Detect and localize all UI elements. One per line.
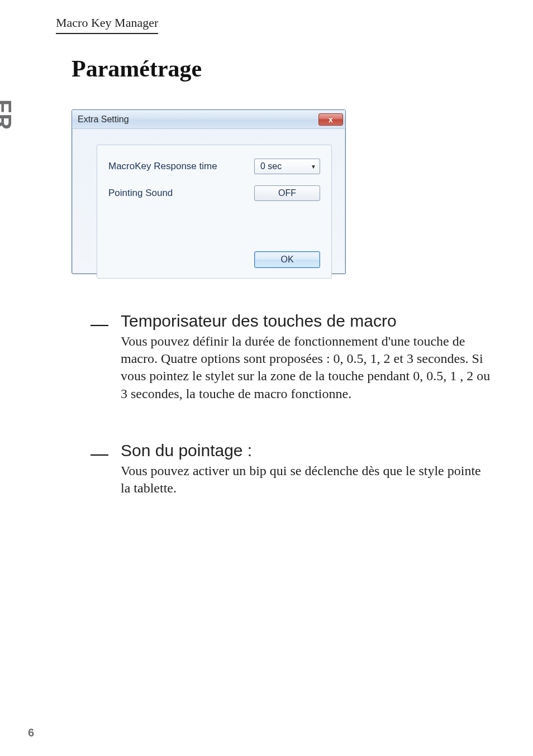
dialog-titlebar: Extra Setting x [72,110,345,129]
pointing-sound-value: OFF [278,188,296,198]
section-title: Son du pointage : [121,441,493,460]
dialog-title: Extra Setting [78,114,129,125]
section-title: Temporisateur des touches de macro [121,312,493,331]
pointing-sound-label: Pointing Sound [108,188,173,199]
response-time-value: 0 sec [260,161,282,171]
dash-bullet: ― [91,443,108,464]
ok-button[interactable]: OK [254,251,320,268]
page-number: 6 [28,726,34,739]
close-button[interactable]: x [318,113,343,126]
section-pointing-sound: ― Son du pointage : Vous pouvez activer … [91,441,493,497]
language-tab: FR [0,99,16,130]
pointing-sound-row: Pointing Sound OFF [108,185,320,201]
response-time-row: MacroKey Response time 0 sec ▼ [108,159,320,174]
pointing-sound-toggle[interactable]: OFF [254,185,320,201]
response-time-label: MacroKey Response time [108,161,217,172]
dash-bullet: ― [91,314,108,334]
dialog-body: MacroKey Response time 0 sec ▼ Pointing … [72,129,345,285]
section-body: Vous pouvez définir la durée de fonction… [121,333,493,403]
chevron-down-icon: ▼ [311,164,316,170]
header-title: Macro Key Manager [56,16,158,34]
ok-button-label: OK [280,255,293,265]
close-icon: x [329,115,333,124]
page-title: Paramétrage [72,55,202,82]
section-body: Vous pouvez activer un bip qui se déclen… [121,462,493,497]
extra-setting-dialog: Extra Setting x MacroKey Response time 0… [72,109,346,274]
section-response-timer: ― Temporisateur des touches de macro Vou… [91,312,493,403]
response-time-dropdown[interactable]: 0 sec ▼ [254,159,320,174]
dialog-panel: MacroKey Response time 0 sec ▼ Pointing … [97,145,332,279]
